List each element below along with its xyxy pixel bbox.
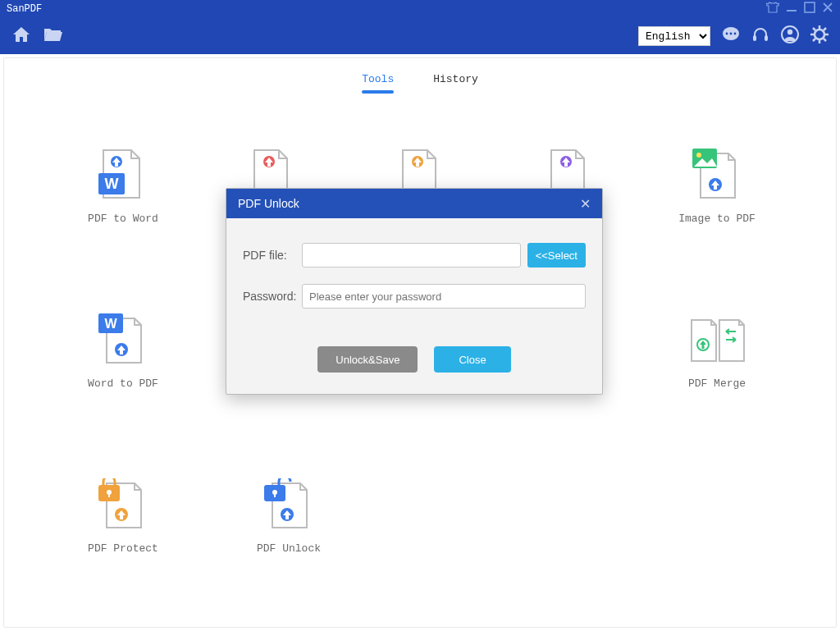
tshirt-icon[interactable] — [766, 2, 779, 16]
pdf-unlock-dialog: PDF Unlock ✕ PDF file: <<Select Password… — [226, 188, 603, 395]
dialog-overlay: PDF Unlock ✕ PDF file: <<Select Password… — [4, 58, 836, 627]
home-icon[interactable] — [11, 25, 31, 48]
svg-point-3 — [726, 32, 728, 34]
gear-icon[interactable] — [810, 25, 829, 48]
svg-rect-6 — [753, 35, 756, 41]
close-icon[interactable] — [822, 2, 833, 16]
close-button[interactable]: Close — [434, 346, 510, 373]
user-icon[interactable] — [781, 25, 799, 48]
svg-point-10 — [815, 30, 824, 39]
language-select[interactable]: English — [638, 26, 710, 46]
dialog-titlebar: PDF Unlock ✕ — [226, 189, 602, 218]
headphones-icon[interactable] — [751, 26, 769, 47]
minimize-icon[interactable] — [786, 2, 797, 16]
maximize-icon[interactable] — [804, 2, 815, 16]
svg-point-5 — [734, 32, 737, 34]
svg-line-15 — [813, 28, 815, 30]
chat-bubble-icon[interactable] — [722, 26, 740, 47]
svg-line-18 — [813, 39, 815, 41]
password-input[interactable] — [302, 284, 586, 309]
app-window: SanPDF English — [0, 0, 840, 631]
svg-point-4 — [730, 32, 733, 34]
svg-rect-0 — [787, 10, 797, 11]
dialog-title: PDF Unlock — [238, 197, 580, 210]
password-label: Password: — [243, 290, 302, 303]
main-area: Tools History W PDF to Word — [3, 57, 837, 628]
app-title: SanPDF — [7, 3, 766, 15]
titlebar: SanPDF — [0, 0, 840, 18]
select-file-button[interactable]: <<Select — [527, 243, 586, 267]
titlebar-controls — [766, 2, 833, 16]
dialog-close-icon[interactable]: ✕ — [580, 196, 591, 212]
svg-point-9 — [788, 29, 792, 34]
svg-rect-1 — [805, 2, 815, 12]
svg-rect-7 — [765, 35, 768, 41]
pdf-file-input[interactable] — [302, 243, 521, 267]
svg-line-17 — [824, 28, 826, 30]
svg-line-16 — [824, 39, 826, 41]
unlock-save-button[interactable]: Unlock&Save — [317, 346, 418, 373]
folder-open-icon[interactable] — [43, 26, 64, 47]
pdf-file-label: PDF file: — [243, 249, 302, 262]
toolbar: English — [0, 18, 840, 54]
